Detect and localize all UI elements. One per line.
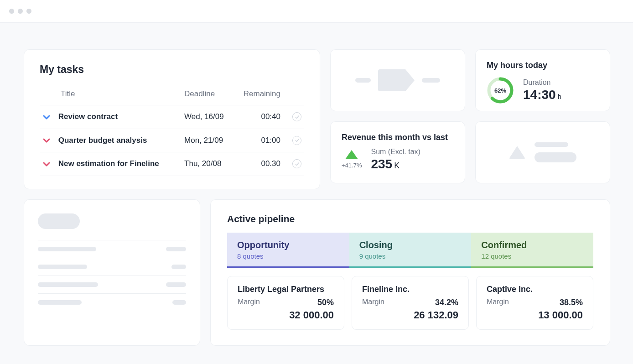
- task-remaining: 00.30: [234, 152, 283, 176]
- placeholder-card: [475, 121, 610, 183]
- triangle-icon: [509, 146, 525, 159]
- table-row[interactable]: Quarter budget analysis Mon, 21/09 01:00: [40, 129, 304, 152]
- placeholder-row: [38, 258, 186, 276]
- pipeline-card: Active pipeline Opportunity 8 quotes Clo…: [210, 199, 610, 346]
- window-dot: [18, 9, 23, 14]
- stage-opportunity[interactable]: Opportunity 8 quotes: [227, 233, 349, 268]
- revenue-delta: +41.7%: [342, 150, 362, 169]
- my-tasks-card: My tasks Title Deadline Remaining: [24, 49, 320, 189]
- task-remaining: 00:40: [234, 105, 283, 129]
- complete-check-icon[interactable]: [292, 112, 301, 121]
- chevron-down-icon: [42, 160, 51, 169]
- task-deadline: Thu, 20/08: [182, 152, 234, 176]
- pipeline-company-card[interactable]: Captive Inc. Margin38.5% 13 000.00: [476, 276, 593, 330]
- complete-check-icon[interactable]: [292, 159, 301, 168]
- revenue-title: Revenue this month vs last: [342, 133, 454, 142]
- list-placeholder-card: [24, 199, 200, 346]
- task-remaining: 01:00: [234, 129, 283, 152]
- chevron-down-icon: [42, 136, 51, 145]
- hours-card: My hours today 62% Duration 14:30h: [475, 49, 610, 111]
- task-title: New estimation for Fineline: [58, 159, 159, 168]
- placeholder-bar: [422, 78, 440, 83]
- window-dot: [9, 9, 14, 14]
- pipeline-title: Active pipeline: [227, 213, 593, 224]
- placeholder-bar: [355, 78, 371, 83]
- triangle-up-icon: [345, 150, 358, 159]
- task-deadline: Wed, 16/09: [182, 105, 234, 129]
- window-dot: [26, 9, 31, 14]
- hours-label: Duration: [523, 78, 561, 87]
- placeholder-row: [38, 293, 186, 311]
- pipeline-company-card[interactable]: Fineline Inc. Margin34.2% 26 132.09: [352, 276, 469, 330]
- col-deadline: Deadline: [182, 85, 234, 105]
- hours-donut-chart: 62%: [487, 77, 514, 104]
- placeholder-pill: [534, 152, 576, 162]
- placeholder-row: [38, 276, 186, 293]
- col-title: Title: [40, 85, 182, 105]
- hours-value: 14:30h: [523, 88, 561, 102]
- funnel-arrow-icon: [378, 69, 415, 91]
- col-remaining: Remaining: [234, 85, 283, 105]
- complete-check-icon[interactable]: [292, 136, 301, 145]
- my-tasks-title: My tasks: [40, 63, 304, 76]
- tasks-table: Title Deadline Remaining Review contract: [40, 85, 304, 176]
- revenue-label: Sum (Excl. tax): [371, 148, 420, 156]
- hours-title: My hours today: [487, 61, 599, 70]
- task-title: Quarter budget analysis: [58, 136, 147, 145]
- revenue-value: 235K: [371, 157, 420, 172]
- funnel-placeholder-card: [330, 49, 465, 111]
- table-row[interactable]: New estimation for Fineline Thu, 20/08 0…: [40, 152, 304, 176]
- chevron-down-icon: [42, 113, 51, 122]
- stage-confirmed[interactable]: Confirmed 12 quotes: [471, 233, 593, 268]
- window-titlebar: [0, 0, 633, 23]
- task-title: Review contract: [58, 112, 118, 121]
- placeholder-row: [38, 240, 186, 258]
- pipeline-company-card[interactable]: Liberty Legal Partners Margin50% 32 000.…: [227, 276, 344, 330]
- table-row[interactable]: Review contract Wed, 16/09 00:40: [40, 105, 304, 129]
- task-deadline: Mon, 21/09: [182, 129, 234, 152]
- stage-closing[interactable]: Closing 9 quotes: [349, 233, 472, 268]
- placeholder-pill: [38, 213, 80, 229]
- placeholder-bar: [534, 142, 568, 147]
- revenue-card: Revenue this month vs last +41.7% Sum (E…: [330, 121, 465, 183]
